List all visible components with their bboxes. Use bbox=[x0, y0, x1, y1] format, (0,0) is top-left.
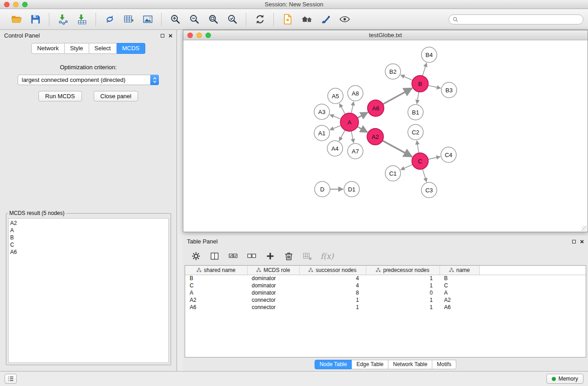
open-session-button[interactable] bbox=[8, 12, 25, 27]
network-canvas[interactable]: AA6A2BCA1A3A4A5A7A8B1B2B3B4C1C2C3C4DD1 bbox=[183, 40, 588, 232]
close-table-panel-button[interactable]: × bbox=[580, 238, 584, 245]
cell-successor-nodes[interactable]: 8 bbox=[299, 289, 366, 296]
edge-A-A6[interactable] bbox=[358, 112, 368, 118]
node-A3[interactable]: A3 bbox=[314, 104, 330, 119]
edge-C-C4[interactable] bbox=[428, 157, 440, 159]
node-A[interactable]: A bbox=[340, 113, 359, 131]
cell-predecessor-nodes[interactable]: 0 bbox=[366, 289, 440, 296]
node-B1[interactable]: B1 bbox=[408, 105, 423, 120]
mcds-result-list[interactable]: A2ABCA6 bbox=[8, 218, 169, 363]
search-input[interactable] bbox=[460, 16, 579, 23]
cell-MCDS-role[interactable]: dominator bbox=[247, 289, 299, 296]
node-A7[interactable]: A7 bbox=[348, 143, 363, 159]
cell-shared-name[interactable]: A bbox=[185, 289, 247, 296]
cell-MCDS-role[interactable]: dominator bbox=[247, 282, 299, 289]
float-control-panel-button[interactable] bbox=[161, 34, 164, 38]
column-header-successor-nodes[interactable]: successor nodes bbox=[299, 266, 366, 275]
column-header-name[interactable]: name bbox=[440, 266, 479, 275]
cell-name[interactable]: A6 bbox=[440, 304, 479, 311]
zoom-out-button[interactable] bbox=[186, 12, 203, 27]
edge-A-A8[interactable] bbox=[351, 102, 354, 114]
network-minimize-button[interactable] bbox=[196, 33, 202, 38]
close-mcds-panel-button[interactable]: Close panel bbox=[94, 91, 139, 101]
column-header-MCDS-role[interactable]: MCDS role bbox=[247, 266, 299, 275]
fullscreen-window-button[interactable] bbox=[22, 2, 28, 7]
node-A4[interactable]: A4 bbox=[327, 141, 343, 156]
select-all-rows-button[interactable] bbox=[227, 250, 239, 262]
cell-predecessor-nodes[interactable]: 1 bbox=[366, 282, 440, 289]
tab-network-table[interactable]: Network Table bbox=[388, 360, 432, 369]
node-C4[interactable]: C4 bbox=[441, 147, 456, 162]
node-C2[interactable]: C2 bbox=[408, 124, 423, 140]
clear-selection-button[interactable] bbox=[245, 250, 258, 262]
close-window-button[interactable] bbox=[4, 2, 10, 7]
cell-MCDS-role[interactable]: connector bbox=[247, 304, 299, 311]
table-settings-button[interactable] bbox=[190, 250, 202, 262]
new-network-table-button[interactable] bbox=[120, 12, 137, 27]
node-A8[interactable]: A8 bbox=[348, 86, 363, 101]
network-close-button[interactable] bbox=[187, 33, 193, 38]
edge-B-B3[interactable] bbox=[428, 86, 441, 88]
mcds-result-item[interactable]: A bbox=[10, 227, 167, 234]
clone-network-button[interactable] bbox=[101, 12, 118, 27]
node-A2[interactable]: A2 bbox=[367, 129, 383, 145]
node-D[interactable]: D bbox=[315, 181, 330, 197]
search-box[interactable] bbox=[449, 14, 583, 24]
mcds-result-item[interactable]: B bbox=[10, 234, 167, 241]
close-control-panel-button[interactable]: × bbox=[168, 32, 172, 39]
edge-B-B2[interactable] bbox=[401, 75, 412, 81]
edge-C-C2[interactable] bbox=[417, 141, 419, 153]
cell-predecessor-nodes[interactable]: 1 bbox=[366, 296, 440, 304]
cell-shared-name[interactable]: C bbox=[185, 282, 247, 289]
zoom-selected-button[interactable] bbox=[224, 12, 241, 27]
network-zoom-button[interactable] bbox=[206, 33, 211, 38]
table-row[interactable]: A6connector11A6 bbox=[185, 304, 586, 311]
edge-C-C1[interactable] bbox=[401, 164, 412, 170]
node-C1[interactable]: C1 bbox=[385, 166, 401, 181]
node-B[interactable]: B bbox=[412, 76, 428, 92]
import-table-from-file-button[interactable] bbox=[73, 12, 91, 27]
node-A6[interactable]: A6 bbox=[368, 100, 384, 116]
optimization-criterion-select[interactable]: largest connected component (directed) bbox=[18, 75, 159, 85]
cell-successor-nodes[interactable]: 1 bbox=[299, 296, 366, 304]
show-hide-button[interactable] bbox=[336, 12, 353, 27]
export-image-button[interactable] bbox=[139, 12, 156, 27]
tab-motifs[interactable]: Motifs bbox=[432, 360, 456, 369]
tab-edge-table[interactable]: Edge Table bbox=[352, 360, 388, 369]
cell-successor-nodes[interactable]: 4 bbox=[299, 282, 366, 289]
table-row[interactable]: Cdominator41C bbox=[185, 282, 586, 289]
edge-A6-B[interactable] bbox=[383, 88, 412, 105]
edge-A2-C[interactable] bbox=[382, 141, 412, 157]
node-A5[interactable]: A5 bbox=[328, 88, 343, 104]
column-header-shared-name[interactable]: shared name bbox=[185, 266, 247, 275]
float-table-panel-button[interactable] bbox=[572, 240, 576, 243]
edge-B-B1[interactable] bbox=[417, 92, 419, 104]
edge-A-A2[interactable] bbox=[357, 127, 367, 132]
function-builder-button[interactable]: f(x) bbox=[320, 252, 334, 261]
tab-network[interactable]: Network bbox=[31, 43, 65, 54]
cell-successor-nodes[interactable]: 4 bbox=[299, 275, 366, 282]
mcds-result-item[interactable]: C bbox=[10, 241, 167, 248]
network-graph[interactable]: AA6A2BCA1A3A4A5A7A8B1B2B3B4C1C2C3C4DD1 bbox=[183, 40, 588, 232]
resize-grip-icon[interactable] bbox=[582, 226, 587, 231]
node-B2[interactable]: B2 bbox=[385, 64, 401, 79]
mcds-result-item[interactable]: A6 bbox=[10, 248, 167, 256]
edge-A-A4[interactable] bbox=[339, 130, 345, 141]
mcds-result-item[interactable]: A2 bbox=[10, 219, 167, 227]
edge-C-C3[interactable] bbox=[422, 169, 426, 182]
export-network-button[interactable] bbox=[279, 12, 296, 27]
cell-shared-name[interactable]: B bbox=[185, 275, 247, 282]
cell-successor-nodes[interactable]: 1 bbox=[299, 304, 366, 311]
edge-A-A7[interactable] bbox=[351, 131, 354, 143]
import-network-from-file-button[interactable] bbox=[54, 12, 72, 27]
save-session-button[interactable] bbox=[27, 12, 44, 27]
apply-layout-button[interactable] bbox=[251, 12, 268, 27]
memory-button[interactable]: Memory bbox=[546, 374, 583, 384]
node-B4[interactable]: B4 bbox=[421, 47, 437, 62]
create-column-button[interactable] bbox=[264, 250, 277, 262]
tab-style[interactable]: Style bbox=[65, 43, 89, 54]
node-C3[interactable]: C3 bbox=[421, 182, 437, 198]
table-row[interactable]: Bdominator41B bbox=[185, 275, 586, 282]
minimize-window-button[interactable] bbox=[13, 2, 19, 7]
cell-predecessor-nodes[interactable]: 1 bbox=[366, 275, 440, 282]
